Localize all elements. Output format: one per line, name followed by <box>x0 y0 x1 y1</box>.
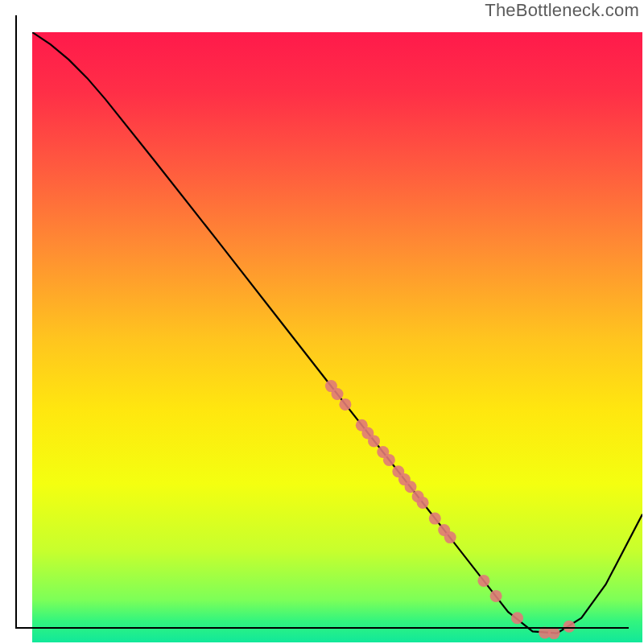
y-axis <box>15 15 17 629</box>
bottleneck-chart <box>32 32 642 642</box>
data-marker <box>368 435 380 447</box>
chart-frame <box>15 15 629 629</box>
data-marker <box>477 575 489 587</box>
data-marker <box>383 454 395 466</box>
chart-background <box>32 32 642 642</box>
data-marker <box>444 531 456 543</box>
data-marker <box>511 612 523 624</box>
data-marker <box>429 513 441 525</box>
x-axis <box>15 627 629 629</box>
data-marker <box>490 590 502 602</box>
data-marker <box>405 481 417 493</box>
data-marker <box>548 627 560 639</box>
data-marker <box>417 497 429 509</box>
data-marker <box>339 398 351 411</box>
data-marker <box>332 388 344 400</box>
watermark-text: TheBottleneck.com <box>485 0 639 21</box>
